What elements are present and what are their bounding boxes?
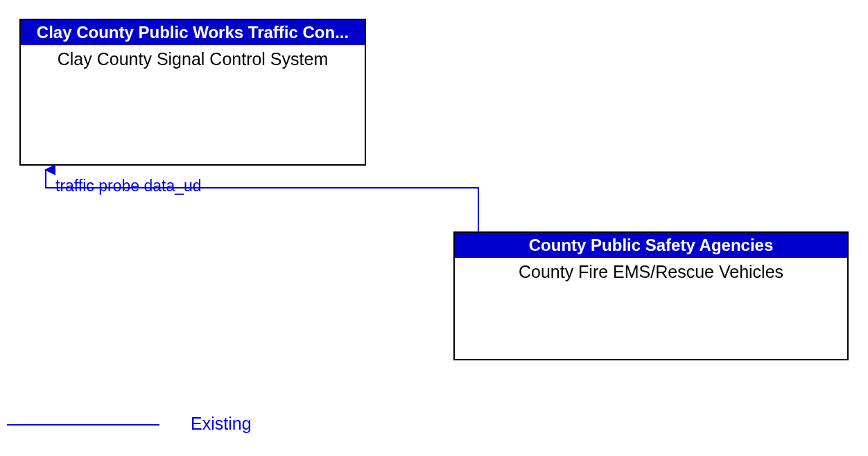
node-county-fire-ems[interactable]: County Public Safety Agencies County Fir… — [453, 231, 849, 360]
flow-label: traffic probe data_ud — [55, 177, 202, 195]
node-body: County Fire EMS/Rescue Vehicles — [455, 258, 847, 282]
legend-line — [7, 424, 159, 426]
legend-label: Existing — [191, 414, 252, 434]
node-clay-county-signal[interactable]: Clay County Public Works Traffic Con... … — [19, 19, 366, 166]
node-header: Clay County Public Works Traffic Con... — [21, 20, 365, 45]
node-body: Clay County Signal Control System — [21, 45, 365, 69]
node-header: County Public Safety Agencies — [455, 233, 847, 258]
